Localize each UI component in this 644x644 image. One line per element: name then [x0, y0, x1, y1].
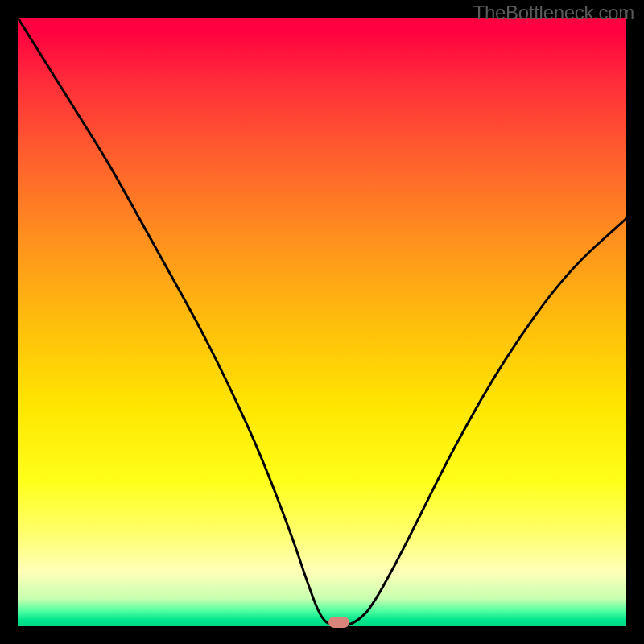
- optimal-point-marker: [328, 617, 349, 628]
- bottleneck-curve: [18, 18, 626, 626]
- plot-area: [18, 18, 626, 626]
- chart-frame: TheBottleneck.com: [0, 0, 644, 644]
- watermark-text: TheBottleneck.com: [473, 2, 634, 24]
